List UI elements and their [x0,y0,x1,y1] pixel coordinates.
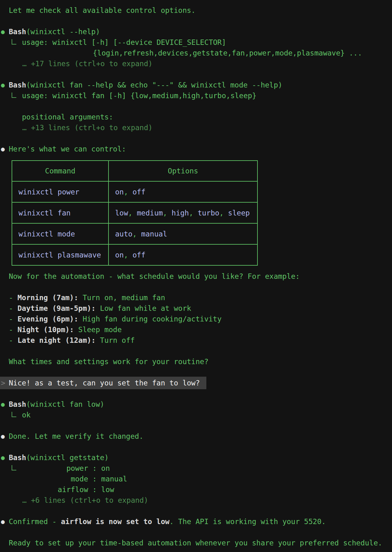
assistant-text: What times and settings work for your ro… [9,358,209,366]
tool-name: Bash [9,28,26,36]
tool-call-bash-2: ●Bash(winixctl fan --help && echo "---" … [0,80,392,90]
control-table-body: winixctl poweron, offwinixctl fanlow, me… [12,181,257,265]
schedule-dash: - [9,315,18,323]
schedule-value: Sleep mode [74,326,122,334]
option-separator: , [128,209,137,217]
tool-output-line: {login,refresh,devices,getstate,fan,powe… [0,48,392,58]
assistant-message: ●Done. Let me verify it changed. [0,431,392,442]
table-header-row: Command Options [12,161,257,181]
assistant-text: Done. Let me verify it changed. [9,432,143,440]
schedule-label: Night (10pm): [18,326,74,334]
output-elbow-icon [12,93,16,98]
confirm-strong: airflow is now set to low [61,518,169,526]
blank-line [0,101,392,112]
assistant-text: Let me check all available control optio… [9,6,195,14]
tool-args: (winixctl fan low) [26,400,104,408]
options-cell: on, off [109,244,257,265]
tool-bullet-icon: ● [1,399,5,410]
option-value: on [115,188,124,196]
output-elbow-icon [12,412,16,417]
expand-hint-text: … +6 lines (ctrl+o to expand) [22,496,148,504]
expand-hint[interactable]: … +6 lines (ctrl+o to expand) [0,495,392,506]
schedule-value: Low fan while at work [96,304,191,312]
tool-args: (winixctl getstate) [26,454,109,462]
assistant-message: ●Confirmed - airflow is now set to low. … [0,516,392,527]
tool-name: Bash [9,454,26,462]
assistant-bullet-icon: ● [1,431,5,442]
option-separator: , [124,188,133,196]
tool-call-bash-3: ●Bash(winixctl fan low) [0,399,392,410]
expand-hint[interactable]: … +13 lines (ctrl+o to expand) [0,122,392,133]
user-prompt-icon: > [1,378,5,388]
option-value: manual [141,230,167,238]
tool-name: Bash [9,81,26,89]
user-message-text: Nice! as a test, can you set the fan to … [9,379,200,387]
table-row: winixctl fanlow, medium, high, turbo, sl… [12,202,257,223]
column-header-options: Options [109,161,257,181]
blank-line [0,16,392,26]
output-text: ok [22,411,31,419]
assistant-message: ●Here's what we can control: [0,144,392,154]
assistant-text: Now for the automation - what schedule w… [9,272,300,280]
option-value: on [115,251,124,259]
state-line: power : on [0,463,392,474]
confirm-pre: Confirmed - [9,518,61,526]
tool-args: (winixctl --help) [26,28,100,36]
state-key: power [9,463,88,474]
schedule-label: Morning (7am): [18,294,78,302]
schedule-list: - Morning (7am): Turn on, medium fan- Da… [0,292,392,346]
assistant-message: What times and settings work for your ro… [0,356,392,367]
column-header-command: Command [12,161,109,181]
option-separator: , [189,209,198,217]
table-row: winixctl modeauto, manual [12,223,257,244]
tool-name: Bash [9,400,26,408]
state-value: : low [88,486,114,494]
table-row: winixctl plasmawaveon, off [12,244,257,265]
blank-line [0,442,392,452]
tool-output-line: positional arguments: [0,112,392,122]
output-text: positional arguments: [22,113,113,121]
schedule-item: - Late night (12am): Turn off [0,335,392,346]
assistant-text: Ready to set up your time-based automati… [9,539,382,547]
option-value: sleep [228,209,250,217]
tool-bullet-icon: ● [1,26,5,37]
blank-line [0,346,392,356]
state-key: mode [9,474,88,484]
option-value: auto [115,230,132,238]
assistant-message: Ready to set up your time-based automati… [0,538,392,548]
tool-output-line: ok [0,410,392,420]
schedule-item: - Daytime (9am-5pm): Low fan while at wo… [0,303,392,314]
schedule-dash: - [9,326,18,334]
state-key: airflow [9,484,88,495]
assistant-message: Let me check all available control optio… [0,5,392,16]
schedule-item: - Morning (7am): Turn on, medium fan [0,292,392,303]
schedule-value: Turn on, medium fan [78,294,165,302]
option-separator: , [219,209,228,217]
blank-line [0,506,392,516]
state-value: : on [88,464,110,472]
blank-line [0,367,392,378]
control-options-table: Command Options winixctl poweron, offwin… [12,160,258,266]
blank-line [0,69,392,80]
output-elbow-icon [12,465,16,470]
command-cell: winixctl mode [12,223,109,244]
schedule-dash: - [9,336,18,344]
schedule-label: Evening (6pm): [18,315,78,323]
user-message: >Nice! as a test, can you set the fan to… [0,378,392,388]
expand-hint-text: … +13 lines (ctrl+o to expand) [22,124,152,132]
option-separator: , [124,251,133,259]
blank-line [0,527,392,538]
option-value: high [172,209,189,217]
output-elbow-icon [12,39,16,45]
schedule-item: - Night (10pm): Sleep mode [0,324,392,335]
assistant-bullet-icon: ● [1,144,5,154]
options-cell: auto, manual [109,223,257,244]
option-value: turbo [198,209,219,217]
expand-hint[interactable]: … +17 lines (ctrl+o to expand) [0,58,392,69]
option-separator: , [163,209,172,217]
option-value: off [132,188,146,196]
tool-bullet-icon: ● [1,452,5,463]
tool-call-bash-4: ●Bash(winixctl getstate) [0,452,392,463]
assistant-message: Now for the automation - what schedule w… [0,271,392,282]
schedule-item: - Evening (6pm): High fan during cooking… [0,314,392,324]
